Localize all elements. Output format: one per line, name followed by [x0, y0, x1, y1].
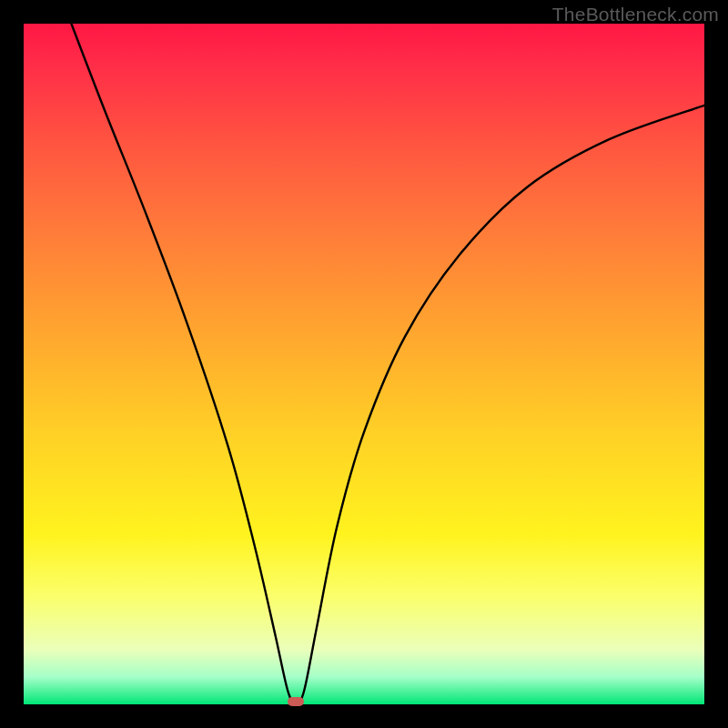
gradient-plot-area	[24, 24, 704, 704]
watermark-text: TheBottleneck.com	[552, 4, 719, 25]
optimal-marker	[288, 697, 304, 706]
